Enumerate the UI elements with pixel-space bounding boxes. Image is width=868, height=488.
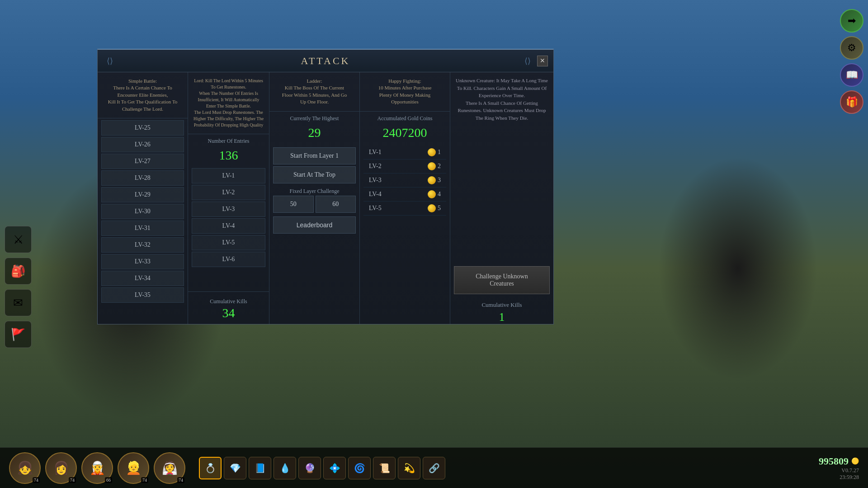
level-item[interactable]: LV-29 [101,187,184,202]
highest-label: Currently The Highest [269,112,359,124]
item-diamond[interactable]: 💠 [323,457,346,479]
creature-kills-label: Cumulative Kills [450,298,553,310]
currency-display: 995809 🟡 V0.7.27 23:59:28 [819,455,859,481]
bottom-items: 💍 💎 📘 💧 🔮 💠 🌀 📜 💫 🔗 [199,457,445,479]
simple-battle-header: Simple Battle: There Is A Certain Chance… [98,72,188,118]
start-from-layer-button[interactable]: Start From Layer 1 [273,147,356,164]
col-ladder: Ladder: Kill The Boss Of The Current Flo… [269,72,360,324]
currency-icon: 🟡 [851,457,859,465]
char-level-1: 74 [69,477,76,483]
char-level-4: 74 [177,477,184,483]
level-item[interactable]: LV-28 [101,170,184,186]
modal-body: Simple Battle: There Is A Certain Chance… [98,72,553,324]
col-unknown-creature: Unknown Creature: It May Take A Long Tim… [450,72,553,324]
level-item[interactable]: LV-30 [101,204,184,219]
fixed-60-button[interactable]: 60 [316,196,356,213]
item-star[interactable]: 💫 [398,457,420,479]
gold-amount: 1 [428,148,441,156]
col-happy-fighting: Happy Fighting: 10 Minutes After Purchas… [360,72,450,324]
item-ring[interactable]: 💍 [199,457,222,479]
level-item[interactable]: LV-26 [101,137,184,152]
gold-rows: LV-11LV-22LV-33LV-44LV-55 [360,144,450,324]
col2-kills-label: Cumulative Kills [192,296,265,306]
gold-level: LV-5 [369,205,382,212]
bag-icon[interactable]: 🎒 [5,258,32,285]
fixed-challenge-row: 50 60 [273,196,356,213]
leaderboard-button[interactable]: Leaderboard [273,216,356,234]
gear-icon[interactable]: ⚙ [840,36,863,60]
gift-icon[interactable]: 🎁 [840,90,863,114]
happy-fighting-header: Happy Fighting: 10 Minutes After Purchas… [360,72,450,112]
gold-level: LV-3 [369,177,382,184]
item-link[interactable]: 🔗 [423,457,445,479]
entry-item: LV-1 [192,168,265,183]
entry-item: LV-5 [192,235,265,250]
close-button[interactable]: ✕ [537,56,548,66]
item-scroll[interactable]: 📜 [373,457,396,479]
coin-icon [428,190,436,198]
coin-icon [428,148,436,156]
sidebar-right: ➡ ⚙ 📖 🎁 [840,9,863,114]
entries-value: 136 [188,146,269,166]
gold-amount: 4 [428,190,441,198]
gold-value: 3 [438,177,441,184]
gold-label: Accumulated Gold Coins [360,112,450,124]
start-at-top-button[interactable]: Start At The Top [273,166,356,183]
gold-amount: 3 [428,176,441,184]
level-item[interactable]: LV-33 [101,254,184,269]
sidebar-left: ⚔ 🎒 ✉ 🚩 [5,226,32,348]
gold-row: LV-22 [363,160,446,174]
col2-bottom: Cumulative Kills 34 [188,291,269,324]
coin-icon [428,162,436,170]
entry-item: LV-6 [192,252,265,267]
level-item[interactable]: LV-25 [101,120,184,136]
gold-row: LV-44 [363,188,446,202]
modal-header: ATTACK ✕ [98,50,553,72]
coin-icon [428,204,436,212]
char-portrait-1[interactable]: 👩74 [45,452,77,484]
char-portrait-2[interactable]: 🧝66 [81,452,113,484]
coin-icon [428,176,436,184]
challenge-unknown-button[interactable]: Challenge Unknown Creatures [454,266,550,294]
entry-list: LV-1LV-2LV-3LV-4LV-5LV-6 [188,166,269,291]
item-book[interactable]: 📘 [249,457,271,479]
char-portrait-3[interactable]: 👱74 [118,452,149,484]
fixed-label: Fixed Layer Challenge [273,185,356,196]
arrow-right-icon[interactable]: ➡ [840,9,863,33]
entry-item: LV-2 [192,185,265,200]
gold-row: LV-33 [363,174,446,188]
highest-value: 29 [269,124,359,144]
book-icon[interactable]: 📖 [840,63,863,87]
fixed-50-button[interactable]: 50 [273,196,314,213]
entries-label: Number Of Entries [188,134,269,146]
gold-value: 2 [438,163,441,170]
modal-title: ATTACK [301,55,350,67]
char-portrait-0[interactable]: 👧74 [9,452,41,484]
level-item[interactable]: LV-35 [101,287,184,303]
item-orb[interactable]: 🔮 [298,457,321,479]
entry-item: LV-3 [192,202,265,217]
item-swirl[interactable]: 🌀 [348,457,371,479]
gold-amount: 2 [428,162,441,170]
creature-kills-value: 1 [450,310,553,324]
char-level-0: 74 [33,477,40,483]
item-gem[interactable]: 💎 [224,457,246,479]
ladder-buttons: Start From Layer 1 Start At The Top Fixe… [269,144,359,237]
level-list: LV-25LV-26LV-27LV-28LV-29LV-30LV-31LV-32… [98,118,188,324]
bottom-bar: 👧74 👩74 🧝66 👱74 👰74 💍 💎 📘 💧 🔮 💠 🌀 📜 💫 🔗 … [0,447,868,488]
level-item[interactable]: LV-27 [101,154,184,169]
char-portrait-4[interactable]: 👰74 [154,452,185,484]
level-item[interactable]: LV-31 [101,221,184,236]
char-level-3: 74 [141,477,148,483]
attack-modal: ATTACK ✕ Simple Battle: There Is A Certa… [97,49,554,324]
gold-value: 4 [438,191,441,198]
level-item[interactable]: LV-32 [101,237,184,253]
gold-amount: 5 [428,204,441,212]
mail-icon[interactable]: ✉ [5,289,32,316]
level-item[interactable]: LV-34 [101,271,184,286]
flag-icon[interactable]: 🚩 [5,321,32,348]
item-water[interactable]: 💧 [274,457,296,479]
gold-row: LV-55 [363,202,446,216]
sword-icon[interactable]: ⚔ [5,226,32,253]
gold-value: 5 [438,205,441,212]
